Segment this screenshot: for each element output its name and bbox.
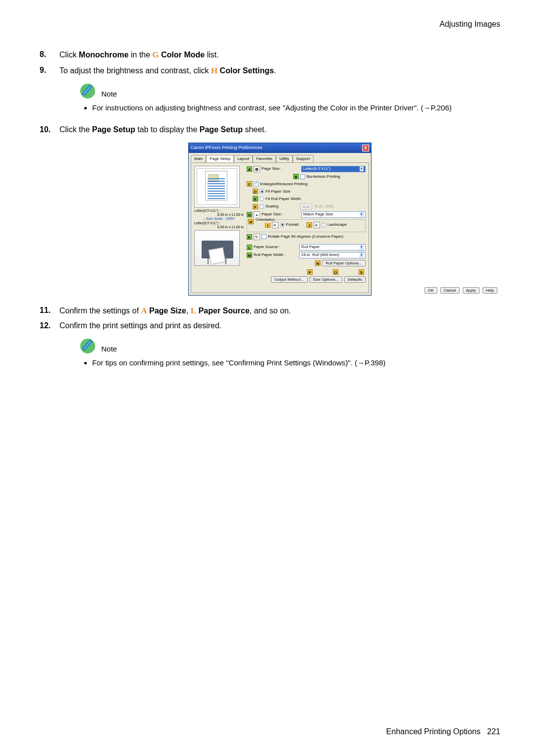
tag-c: C <box>247 181 252 187</box>
page-size-select[interactable]: Letter(8.5"x11")▾ <box>301 166 366 172</box>
page-icon: ▦ <box>254 166 260 172</box>
step-10: 10. Click the Page Setup tab to display … <box>40 124 500 296</box>
tag-f: F <box>253 204 258 209</box>
letter-g: G <box>153 50 159 59</box>
tag-k: K <box>247 234 252 240</box>
dialog-titlebar: Canon iPFxxxx Printing Preferences × <box>189 143 371 153</box>
letter-l: L <box>191 306 196 315</box>
roll-paper-options-button[interactable]: Roll Paper Options... <box>322 260 366 266</box>
fit-paper-radio[interactable] <box>260 189 264 194</box>
borderless-checkbox[interactable] <box>300 174 305 179</box>
ok-button[interactable]: OK <box>425 287 437 294</box>
footer-text: Enhanced Printing Options <box>386 727 481 736</box>
scaling-range: % (5 - 600) <box>314 203 334 209</box>
step-12-text: Confirm the print settings and print as … <box>59 321 221 330</box>
printing-preferences-dialog: Canon iPFxxxx Printing Preferences × Mai… <box>188 143 372 296</box>
borderless-label: Borderless Printing <box>307 174 340 180</box>
landscape-label: Landscape <box>327 222 347 228</box>
tag-a: A <box>247 166 252 172</box>
fit-roll-radio[interactable] <box>260 197 264 201</box>
note-block-1: Note For instructions on adjusting brigh… <box>79 83 500 114</box>
page-preview <box>194 166 240 207</box>
tag-j: J <box>307 222 312 228</box>
paper-size-select[interactable]: Match Page Size▾ <box>301 211 366 218</box>
letter-h: H <box>211 66 217 75</box>
scaling-radio[interactable] <box>260 204 264 209</box>
note-item: For instructions on adjusting brightness… <box>92 102 500 114</box>
landscape-radio[interactable] <box>321 223 326 227</box>
step-number: 10. <box>40 124 51 136</box>
left-column: Letter(8.5"x11") : 8.50 in x 11.00 in ↓ … <box>194 166 244 266</box>
defaults-button[interactable]: Defaults <box>344 276 366 283</box>
note-bullets: For instructions on adjusting brightness… <box>92 102 500 114</box>
instruction-list: 8. Click Monochrome in the G Color Mode … <box>40 49 500 369</box>
chevron-down-icon: ▾ <box>360 166 364 172</box>
tag-i: I <box>265 222 270 228</box>
note-icon <box>79 83 96 100</box>
dialog-wrap: Canon iPFxxxx Printing Preferences × Mai… <box>59 143 500 296</box>
output-method-button[interactable]: Output Method... <box>271 276 308 283</box>
dialog-body: Letter(8.5"x11") : 8.50 in x 11.00 in ↓ … <box>191 162 369 293</box>
strong-page-size: Page Size <box>147 306 186 315</box>
chevron-down-icon: ▾ <box>360 245 364 250</box>
note-label: Note <box>101 345 117 353</box>
portrait-label: Portrait <box>286 222 307 228</box>
landscape-icon: A <box>314 222 320 228</box>
page-size-label: Page Size : <box>262 166 301 172</box>
portrait-icon: A <box>272 222 278 228</box>
preview-info: Letter(8.5"x11") : 8.50 in x 11.00 in ↓ … <box>194 209 244 230</box>
paper-source-select[interactable]: Roll Paper▾ <box>299 244 366 251</box>
letter-a: A <box>141 306 147 315</box>
note-label: Note <box>101 90 117 98</box>
step-number: 11. <box>40 304 51 316</box>
size-options-button[interactable]: Size Options... <box>310 276 342 283</box>
strong-page-setup-tab: Page Setup <box>92 125 135 134</box>
scaling-spinner[interactable]: Auto <box>300 203 312 210</box>
strong-paper-source: Paper Source <box>196 306 250 315</box>
tag-g: G <box>247 212 252 217</box>
dialog-title: Canon iPFxxxx Printing Preferences <box>191 145 263 151</box>
note-item: For tips on confirming print settings, s… <box>92 357 500 369</box>
step-number: 9. <box>40 64 46 76</box>
dialog-tabs: Main Page Setup Layout Favorites Utility… <box>189 153 371 162</box>
scaling-label: Scaling <box>266 203 300 209</box>
fit-roll-label: Fit Roll Paper Width <box>266 196 301 202</box>
fit-paper-label: Fit Paper Size <box>266 189 290 195</box>
step-number: 8. <box>40 49 46 60</box>
tag-p: P <box>307 269 313 275</box>
tab-layout[interactable]: Layout <box>234 155 253 162</box>
tag-n: N <box>315 260 321 266</box>
strong-color-settings: Color Settings <box>217 66 274 75</box>
cancel-button[interactable]: Cancel <box>440 287 460 294</box>
tag-l: L <box>247 245 252 250</box>
strong-color-mode: Color Mode <box>159 50 205 59</box>
tag-o: O <box>333 269 338 275</box>
strong-page-setup-sheet: Page Setup <box>200 125 243 134</box>
page-header: Adjusting Images <box>35 20 500 29</box>
tab-favorites[interactable]: Favorites <box>253 155 276 162</box>
right-column: A ▦ Page Size : Letter(8.5"x11")▾ B B <box>247 166 366 284</box>
roll-width-select[interactable]: 24-in. Roll (609.6mm)▾ <box>299 252 366 258</box>
rotate-checkbox[interactable] <box>262 234 267 239</box>
tag-s: S <box>359 269 364 275</box>
tag-e: E <box>253 196 258 202</box>
tab-main[interactable]: Main <box>191 155 206 162</box>
tab-support[interactable]: Support <box>293 155 314 162</box>
step-12: 12. Confirm the print settings and print… <box>40 320 500 369</box>
step-11: 11. Confirm the settings of A Page Size,… <box>40 304 500 317</box>
portrait-radio[interactable] <box>280 223 284 227</box>
tag-d: D <box>253 189 258 194</box>
chevron-down-icon: ▾ <box>360 252 364 258</box>
enlarged-checkbox[interactable]: ✓ <box>254 182 259 187</box>
roll-width-label: Roll Paper Width : <box>254 252 299 258</box>
rotate-label: Rotate Page 90 degrees (Conserve Paper) <box>268 234 343 240</box>
apply-button[interactable]: Apply <box>463 287 480 294</box>
tab-page-setup[interactable]: Page Setup <box>206 155 234 162</box>
help-button[interactable]: Help <box>482 287 497 294</box>
tab-utility[interactable]: Utility <box>276 155 293 162</box>
enlarged-label: Enlarged/Reduced Printing <box>260 181 308 187</box>
page-footer: Enhanced Printing Options 221 <box>386 727 500 736</box>
close-icon[interactable]: × <box>362 145 369 151</box>
step-8: 8. Click Monochrome in the G Color Mode … <box>40 49 500 61</box>
paper-source-label: Paper Source : <box>254 244 299 250</box>
